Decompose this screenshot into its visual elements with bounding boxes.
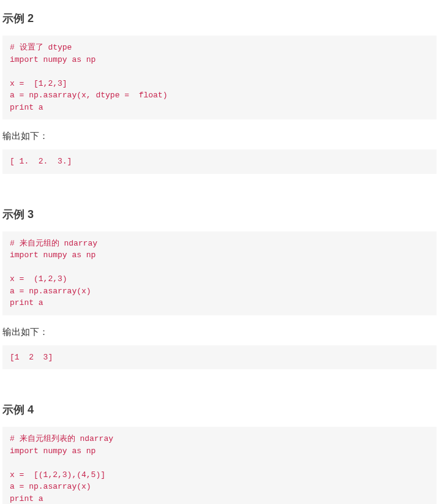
- output-label: 输出如下：: [2, 326, 437, 338]
- section-gap: [2, 380, 437, 396]
- section-gap: [2, 185, 437, 201]
- code-block: # 来自元组的 ndarray import numpy as np x = (…: [2, 231, 437, 315]
- code-block: # 来自元组列表的 ndarray import numpy as np x =…: [2, 427, 437, 504]
- output-block: [ 1. 2. 3.]: [2, 149, 437, 174]
- output-label: 输出如下：: [2, 130, 437, 142]
- code-block: # 设置了 dtype import numpy as np x = [1,2,…: [2, 36, 437, 119]
- example-heading: 示例 3: [2, 207, 437, 222]
- document-page: 示例 2 # 设置了 dtype import numpy as np x = …: [0, 0, 439, 504]
- output-block: [1 2 3]: [2, 345, 437, 370]
- example-heading: 示例 2: [2, 11, 437, 26]
- example-heading: 示例 4: [2, 402, 437, 417]
